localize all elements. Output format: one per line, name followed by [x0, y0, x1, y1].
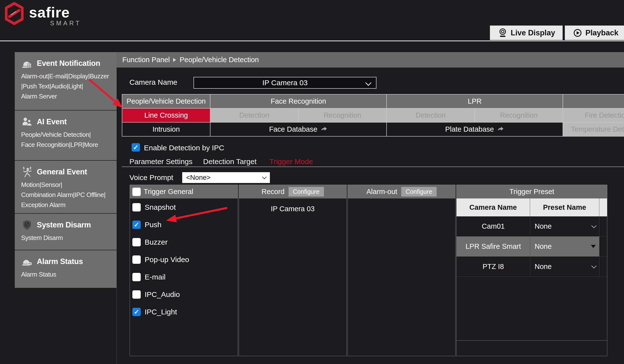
desc-line: Combination Alarm|IPC Offline|	[21, 190, 116, 200]
external-link-icon	[497, 125, 504, 133]
breadcrumb: Function Panel People/Vehicle Detection	[117, 52, 624, 68]
subtab-lpr-detection: Detection	[387, 108, 474, 122]
preset-camera-cell: LPR Safire Smart	[457, 236, 530, 257]
tab-parameter-settings[interactable]: Parameter Settings	[130, 157, 193, 166]
voice-prompt-select[interactable]: <None>	[182, 172, 270, 183]
table-footer-divider	[457, 340, 607, 341]
chevron-down-icon	[591, 223, 597, 228]
face-database-label: Face Database	[269, 125, 317, 133]
desc-line: System Disarm	[21, 233, 116, 243]
column-preset-name: Preset Name	[530, 198, 599, 216]
tab-lpr[interactable]: LPR	[387, 95, 563, 108]
preset-select-ptz-i8[interactable]: None	[530, 257, 599, 277]
sidebar-item-ai-event[interactable]: AI Event People/Vehicle Detection| Face …	[15, 110, 117, 160]
sidebar-divider	[116, 288, 117, 364]
voice-prompt-value: <None>	[186, 174, 211, 182]
checkbox-snapshot[interactable]	[132, 203, 141, 211]
option-row: E-mail	[130, 268, 238, 286]
preset-row-ptz-i8: PTZ I8 None	[457, 257, 607, 277]
option-row: Push	[130, 216, 238, 233]
alarm-out-header: Alarm-out Configure	[348, 185, 455, 198]
checkbox-ipc-audio[interactable]	[132, 290, 141, 299]
trigger-general-checkbox[interactable]	[132, 188, 141, 196]
general-event-icon	[21, 166, 33, 178]
tab-people-vehicle-detection[interactable]: People/Vehicle Detection	[122, 95, 210, 108]
checkbox-popup-video[interactable]	[132, 256, 141, 264]
app-window: safire SMART Live Display Playback	[0, 0, 624, 364]
desc-line: Alarm Server	[21, 91, 116, 102]
tab-face-recognition[interactable]: Face Recognition	[210, 95, 386, 108]
dropdown-arrow-icon	[591, 245, 596, 248]
system-disarm-icon	[21, 219, 33, 231]
subtab-fire-detection: Fire Detection	[563, 108, 624, 122]
option-row: Snapshot	[130, 198, 238, 216]
playback-button[interactable]: Playback	[565, 26, 624, 40]
trigger-preset-columns: Camera Name Preset Name	[457, 198, 607, 216]
sidebar-item-title: System Disarm	[37, 221, 91, 229]
preset-select-cam01[interactable]: None	[530, 216, 599, 236]
enable-detection-label: Enable Detection by IPC	[144, 144, 224, 152]
sidebar-item-title: AI Event	[37, 117, 67, 126]
live-display-label: Live Display	[511, 28, 555, 37]
subtab-face-database[interactable]: Face Database	[210, 123, 386, 136]
preset-camera-cell: Cam01	[457, 216, 530, 236]
enable-detection-checkbox[interactable]	[132, 143, 140, 152]
plate-database-label: Plate Database	[445, 125, 494, 133]
option-label: Pop-up Video	[145, 256, 189, 264]
option-row: Pop-up Video	[130, 251, 238, 268]
option-label: Push	[145, 221, 161, 229]
sidebar-item-desc: Alarm Status	[15, 269, 117, 280]
option-label: E-mail	[145, 273, 165, 281]
camera-name-label: Camera Name	[130, 78, 177, 86]
chevron-down-icon	[262, 175, 266, 179]
checkbox-buzzer[interactable]	[132, 238, 141, 246]
detection-tab-grid: People/Vehicle Detection Face Recognitio…	[122, 94, 624, 136]
sidebar-item-event-notification[interactable]: Event Notification Alarm-out|E-mail|Disp…	[15, 52, 117, 110]
sidebar-item-title: General Event	[37, 167, 87, 176]
tab-header-overflow	[563, 95, 624, 108]
ai-event-icon	[21, 116, 33, 128]
sidebar-item-general-event[interactable]: General Event Motion|Sensor| Combination…	[15, 161, 117, 213]
desc-line: Face Recognition|LPR|More	[21, 140, 116, 150]
desc-line: Motion|Sensor|	[21, 180, 116, 190]
sidebar-item-desc: People/Vehicle Detection| Face Recogniti…	[15, 129, 117, 150]
event-notification-icon	[21, 57, 33, 69]
desc-line: Exception Alarm	[21, 200, 116, 210]
breadcrumb-current: People/Vehicle Detection	[180, 56, 259, 64]
alarm-out-configure-button[interactable]: Configure	[401, 187, 437, 197]
sidebar-item-alarm-status[interactable]: Alarm Status Alarm Status	[15, 250, 117, 288]
sidebar-item-desc: System Disarm	[15, 232, 117, 243]
chevron-down-icon	[591, 263, 597, 268]
record-configure-button[interactable]: Configure	[288, 187, 324, 197]
checkbox-push[interactable]	[132, 221, 141, 229]
checkbox-ipc-light[interactable]	[132, 308, 141, 316]
preset-select-lpr-safire-smart[interactable]: None	[530, 236, 599, 257]
chevron-down-icon	[365, 79, 371, 86]
camera-select[interactable]: IP Camera 03	[193, 77, 376, 89]
trigger-preset-header: Trigger Preset	[457, 185, 607, 198]
playback-label: Playback	[585, 28, 618, 37]
sidebar-item-system-disarm[interactable]: System Disarm System Disarm	[15, 214, 117, 250]
subtab-line-crossing[interactable]: Line Crossing	[122, 108, 210, 122]
breadcrumb-root[interactable]: Function Panel	[122, 56, 170, 64]
preset-row-lpr-safire-smart: LPR Safire Smart None	[457, 236, 607, 257]
tab-trigger-mode[interactable]: Trigger Mode	[269, 157, 313, 166]
play-icon	[573, 28, 582, 38]
record-panel: Record Configure IP Camera 03	[239, 185, 347, 356]
safire-logo-icon	[5, 2, 24, 25]
trigger-preset-panel: Trigger Preset Camera Name Preset Name C…	[456, 185, 607, 356]
record-camera-item: IP Camera 03	[239, 205, 346, 213]
subtab-face-recognition: Recognition	[299, 108, 386, 122]
preset-value: None	[535, 242, 551, 251]
brand-name: safire	[29, 4, 70, 21]
live-display-button[interactable]: Live Display	[490, 26, 563, 40]
column-camera-name: Camera Name	[457, 198, 530, 216]
preset-value: None	[535, 222, 551, 230]
tab-detection-target[interactable]: Detection Target	[203, 157, 257, 166]
checkbox-email[interactable]	[132, 273, 141, 281]
camera-select-value: IP Camera 03	[262, 78, 308, 87]
subtab-plate-database[interactable]: Plate Database	[387, 123, 563, 136]
subtab-intrusion[interactable]: Intrusion	[122, 123, 210, 136]
trigger-general-header: Trigger General	[130, 185, 238, 198]
webcam-icon	[497, 28, 508, 38]
